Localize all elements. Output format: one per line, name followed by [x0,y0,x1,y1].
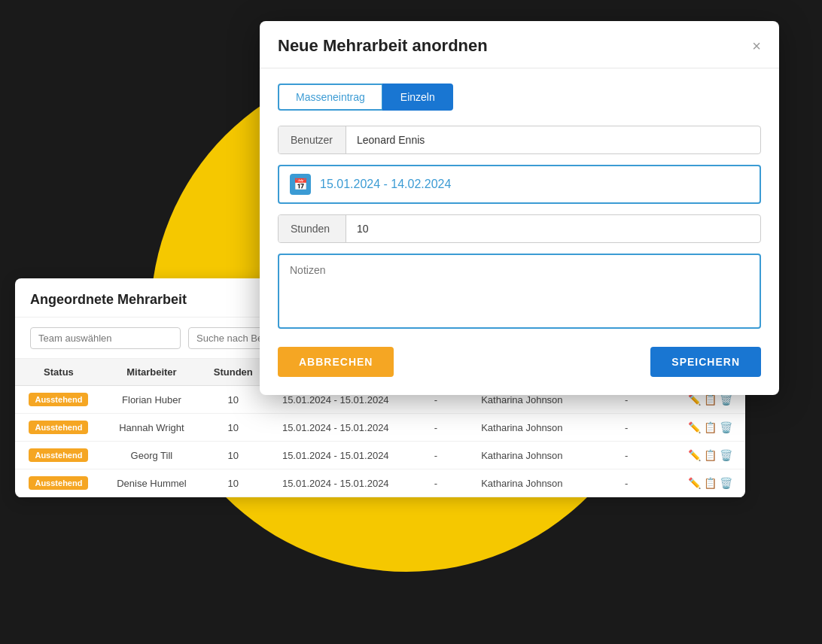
cell-ersteller: Katharina Johnson [466,442,578,469]
table-row: Ausstehend Hannah Wright 10 15.01.2024 -… [15,414,745,442]
copy-icon[interactable]: 📋 [704,477,717,489]
cell-mitarbeiter: Denise Hummel [102,469,201,497]
cell-genehmigt: - [578,442,675,469]
status-badge: Ausstehend [29,476,88,490]
cell-mitarbeiter: Florian Huber [102,386,201,414]
cell-ersteller: Katharina Johnson [466,469,578,497]
table-row: Ausstehend Denise Hummel 10 15.01.2024 -… [15,469,745,497]
cell-ersteller: Katharina Johnson [466,414,578,442]
benutzer-row: Benutzer Leonard Ennis [278,126,761,154]
copy-icon[interactable]: 📋 [704,449,717,461]
edit-icon[interactable]: ✏️ [688,449,701,461]
modal-header: Neue Mehrarbeit anordnen × [260,21,779,68]
delete-icon[interactable]: 🗑️ [720,477,732,489]
edit-icon[interactable]: ✏️ [688,421,701,433]
tab-masseneintrag[interactable]: Masseneintrag [278,84,382,111]
cell-aktionen: ✏️ 📋 🗑️ [675,469,745,497]
date-range-row[interactable]: 📅 15.01.2024 - 14.02.2024 [278,165,761,204]
cell-status: Ausstehend [15,414,102,442]
abbrechen-button[interactable]: ABBRECHEN [278,347,394,377]
date-calendar-icon: 📅 [290,174,311,195]
cell-stunden: 10 [201,469,266,497]
cell-mitarbeiter: Georg Till [102,442,201,469]
cell-status: Ausstehend [15,386,102,414]
table-row: Ausstehend Georg Till 10 15.01.2024 - 15… [15,442,745,469]
modal-title: Neue Mehrarbeit anordnen [278,36,488,56]
delete-icon[interactable]: 🗑️ [720,421,732,433]
col-mitarbeiter: Mitarbeiter [102,359,201,386]
modal-footer: ABBRECHEN SPEICHERN [278,347,761,377]
status-badge: Ausstehend [29,421,88,434]
delete-icon[interactable]: 🗑️ [720,449,732,461]
cell-stunden: 10 [201,414,266,442]
stunden-row: Stunden 10 [278,214,761,243]
stunden-label: Stunden [279,215,346,242]
cell-stunden: 10 [201,442,266,469]
cell-stunden: 10 [201,386,266,414]
cell-status: Ausstehend [15,469,102,497]
cell-notizen: - [406,414,466,442]
cell-genehmigt: - [578,414,675,442]
cell-zeitraum: 15.01.2024 - 15.01.2024 [266,469,406,497]
cell-mitarbeiter: Hannah Wright [102,414,201,442]
benutzer-label: Benutzer [279,126,346,153]
tab-group: Masseneintrag Einzeln [278,84,761,111]
cell-genehmigt: - [578,469,675,497]
tab-einzeln[interactable]: Einzeln [382,84,453,111]
col-status: Status [15,359,102,386]
cell-aktionen: ✏️ 📋 🗑️ [675,414,745,442]
notizen-textarea[interactable] [278,254,761,329]
col-stunden: Stunden [201,359,266,386]
date-range-value: 15.01.2024 - 14.02.2024 [320,178,451,191]
copy-icon[interactable]: 📋 [704,421,717,433]
copy-icon[interactable]: 📋 [704,393,717,406]
speichern-button[interactable]: SPEICHERN [650,347,761,377]
cell-zeitraum: 15.01.2024 - 15.01.2024 [266,442,406,469]
cell-notizen: - [406,469,466,497]
benutzer-value[interactable]: Leonard Ennis [346,126,760,153]
status-badge: Ausstehend [29,393,88,406]
team-select-input[interactable] [30,327,181,349]
modal-body: Masseneintrag Einzeln Benutzer Leonard E… [260,68,779,395]
edit-icon[interactable]: ✏️ [688,477,701,489]
edit-icon[interactable]: ✏️ [688,393,701,406]
cell-notizen: - [406,442,466,469]
modal-close-button[interactable]: × [752,38,761,53]
cell-aktionen: ✏️ 📋 🗑️ [675,442,745,469]
cell-status: Ausstehend [15,442,102,469]
stunden-value[interactable]: 10 [346,215,760,242]
delete-icon[interactable]: 🗑️ [720,393,732,406]
modal-dialog: Neue Mehrarbeit anordnen × Masseneintrag… [260,21,779,395]
status-badge: Ausstehend [29,448,88,462]
cell-zeitraum: 15.01.2024 - 15.01.2024 [266,414,406,442]
